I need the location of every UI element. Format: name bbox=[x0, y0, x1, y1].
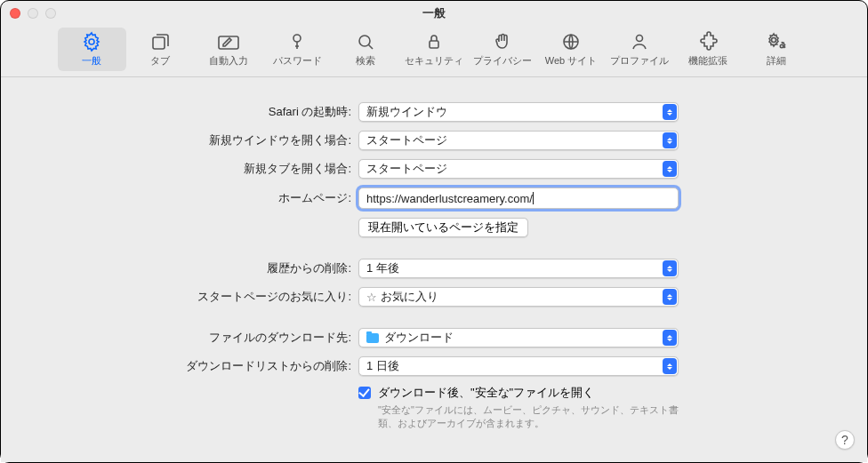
download-remove-label: ダウンロードリストからの削除: bbox=[36, 358, 358, 374]
preferences-toolbar: 一般 タブ 自動入力 パスワード 検索 bbox=[1, 26, 867, 77]
tab-label: Web サイト bbox=[545, 54, 597, 68]
chevron-updown-icon bbox=[663, 104, 677, 120]
tab-password[interactable]: パスワード bbox=[263, 28, 332, 71]
new-window-select[interactable]: スタートページ bbox=[358, 131, 679, 150]
new-tab-label: 新規タブを開く場合: bbox=[36, 161, 358, 177]
svg-point-0 bbox=[89, 39, 94, 44]
tab-label: プライバシー bbox=[473, 54, 532, 68]
download-dest-label: ファイルのダウンロード先: bbox=[36, 330, 358, 346]
titlebar: 一般 bbox=[1, 1, 867, 26]
close-button[interactable] bbox=[10, 8, 20, 19]
chevron-updown-icon bbox=[663, 330, 677, 346]
zoom-button[interactable] bbox=[45, 8, 56, 19]
svg-point-8 bbox=[772, 38, 776, 43]
history-remove-value: 1 年後 bbox=[366, 260, 399, 276]
tab-advanced[interactable]: 詳細 bbox=[743, 28, 811, 71]
tab-privacy[interactable]: プライバシー bbox=[469, 28, 537, 71]
download-remove-value: 1 日後 bbox=[366, 358, 399, 374]
startup-label: Safari の起動時: bbox=[36, 104, 358, 120]
new-window-label: 新規ウインドウを開く場合: bbox=[36, 132, 358, 148]
globe-icon bbox=[559, 31, 583, 52]
gear-icon bbox=[79, 31, 104, 52]
preferences-window: 一般 一般 タブ 自動入力 パスワード bbox=[0, 0, 868, 463]
tab-label: タブ bbox=[150, 54, 170, 68]
tab-security[interactable]: セキュリティ bbox=[400, 28, 469, 71]
new-tab-select[interactable]: スタートページ bbox=[358, 159, 679, 179]
help-label: ? bbox=[841, 433, 848, 447]
chevron-updown-icon bbox=[663, 289, 677, 305]
tabs-icon bbox=[148, 31, 173, 52]
history-remove-label: 履歴からの削除: bbox=[36, 260, 358, 276]
download-dest-select[interactable]: ダウンロード bbox=[358, 328, 679, 347]
open-safe-files-checkbox[interactable] bbox=[358, 387, 371, 399]
open-safe-files-subtext: "安全な"ファイルには、ムービー、ピクチャ、サウンド、テキスト書類、およびアーカ… bbox=[378, 403, 680, 431]
puzzle-icon bbox=[695, 31, 720, 52]
tab-label: パスワード bbox=[273, 54, 322, 68]
chevron-updown-icon bbox=[663, 132, 677, 148]
chevron-updown-icon bbox=[663, 161, 677, 177]
download-dest-value: ダウンロード bbox=[384, 330, 454, 346]
tab-tabs[interactable]: タブ bbox=[126, 28, 195, 71]
svg-point-4 bbox=[359, 36, 370, 46]
tab-search[interactable]: 検索 bbox=[332, 28, 400, 71]
svg-rect-5 bbox=[430, 41, 438, 48]
set-current-page-button[interactable]: 現在開いているページを指定 bbox=[358, 218, 528, 237]
star-icon: ☆ bbox=[366, 291, 377, 304]
svg-rect-1 bbox=[153, 37, 165, 49]
tab-autofill[interactable]: 自動入力 bbox=[195, 28, 263, 71]
hand-icon bbox=[490, 31, 515, 52]
tab-extensions[interactable]: 機能拡張 bbox=[674, 28, 743, 71]
new-tab-value: スタートページ bbox=[366, 161, 447, 177]
svg-point-7 bbox=[637, 36, 643, 42]
pencil-box-icon bbox=[216, 31, 241, 52]
homepage-value: https://wanderlustcreamery.com/ bbox=[366, 192, 533, 205]
chevron-updown-icon bbox=[663, 358, 677, 374]
tab-label: プロファイル bbox=[610, 54, 669, 68]
tab-websites[interactable]: Web サイト bbox=[537, 28, 606, 71]
general-pane: Safari の起動時: 新規ウインドウ 新規ウインドウを開く場合: スタートペ… bbox=[1, 77, 867, 462]
tab-label: 詳細 bbox=[767, 54, 786, 68]
window-controls bbox=[10, 8, 56, 19]
tab-label: 機能拡張 bbox=[688, 54, 727, 68]
homepage-field[interactable]: https://wanderlustcreamery.com/ bbox=[358, 188, 679, 209]
favorites-value: お気に入り bbox=[381, 289, 438, 305]
startup-select[interactable]: 新規ウインドウ bbox=[358, 102, 679, 122]
key-icon bbox=[285, 31, 309, 52]
tab-label: 一般 bbox=[82, 54, 101, 68]
gears-icon bbox=[764, 31, 789, 52]
homepage-label: ホームページ: bbox=[36, 190, 358, 206]
startup-value: 新規ウインドウ bbox=[366, 104, 447, 120]
favorites-label: スタートページのお気に入り: bbox=[36, 289, 358, 305]
history-remove-select[interactable]: 1 年後 bbox=[358, 259, 679, 278]
window-title: 一般 bbox=[422, 5, 446, 21]
tab-label: 自動入力 bbox=[209, 54, 248, 68]
svg-point-9 bbox=[780, 44, 783, 47]
open-safe-files-label: ダウンロード後、"安全な"ファイルを開く bbox=[378, 385, 680, 401]
minimize-button[interactable] bbox=[28, 8, 38, 19]
lock-icon bbox=[422, 31, 446, 52]
tab-label: セキュリティ bbox=[405, 54, 463, 68]
open-safe-files-container: ダウンロード後、"安全な"ファイルを開く "安全な"ファイルには、ムービー、ピク… bbox=[378, 385, 680, 431]
folder-icon bbox=[366, 333, 379, 343]
tab-profiles[interactable]: プロファイル bbox=[606, 28, 674, 71]
person-icon bbox=[627, 31, 652, 52]
text-caret bbox=[533, 192, 534, 204]
download-remove-select[interactable]: 1 日後 bbox=[358, 356, 679, 376]
chevron-updown-icon bbox=[663, 260, 677, 276]
new-window-value: スタートページ bbox=[366, 132, 447, 148]
button-label: 現在開いているページを指定 bbox=[368, 220, 518, 235]
svg-point-3 bbox=[293, 35, 301, 42]
help-button[interactable]: ? bbox=[835, 430, 855, 450]
tab-general[interactable]: 一般 bbox=[58, 28, 126, 71]
tab-label: 検索 bbox=[356, 54, 375, 68]
search-icon bbox=[353, 31, 378, 52]
favorites-select[interactable]: ☆ お気に入り bbox=[358, 287, 679, 307]
